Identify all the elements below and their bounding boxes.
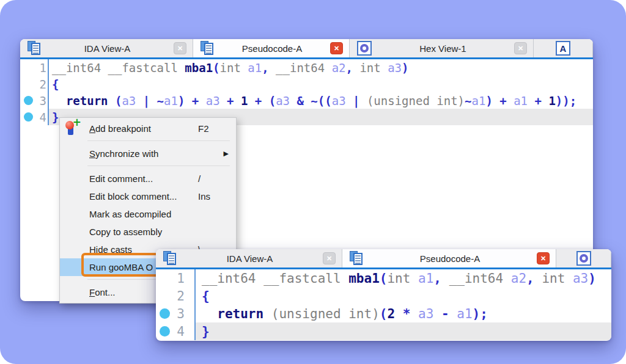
code-token: int bbox=[359, 61, 388, 75]
code-line-2[interactable]: 2{ bbox=[20, 76, 593, 92]
code-token: + bbox=[220, 94, 241, 107]
document-text-line bbox=[206, 45, 212, 46]
code-token: , bbox=[433, 271, 449, 286]
code-text[interactable]: } bbox=[52, 111, 59, 124]
code-token: a1 bbox=[472, 94, 486, 107]
code-text[interactable]: __int64 __fastcall mba1(int a1, __int64 … bbox=[52, 61, 409, 75]
code-text[interactable]: __int64 __fastcall mba1(int a1, __int64 … bbox=[202, 271, 596, 286]
document-view-icon bbox=[350, 251, 363, 266]
code-token: , bbox=[526, 271, 542, 286]
code-text[interactable]: { bbox=[52, 78, 59, 91]
tab-label: IDA View-A bbox=[180, 253, 319, 264]
tab-bar: IDA View-A✕Pseudocode-A✕ bbox=[156, 249, 611, 269]
code-token: ( bbox=[213, 61, 219, 75]
tab-label: Pseudocode-A bbox=[367, 253, 533, 264]
tab-pseudocode-a[interactable]: Pseudocode-A✕ bbox=[193, 39, 350, 57]
menu-item-label: Edit comment... bbox=[89, 173, 153, 184]
code-token: __int64 __fastcall bbox=[52, 61, 185, 75]
code-token: return bbox=[202, 307, 271, 321]
menu-item-edit-comment[interactable]: Edit comment.../ bbox=[60, 170, 236, 187]
code-text[interactable]: } bbox=[202, 324, 210, 339]
hex-view-icon bbox=[357, 41, 372, 56]
tab-hex-view[interactable] bbox=[556, 249, 611, 268]
document-front-sheet bbox=[204, 43, 213, 55]
code-token: __int64 bbox=[276, 61, 332, 75]
code-token: + ( bbox=[248, 94, 276, 107]
code-text[interactable]: return (a3 | ~a1) + a3 + 1 + (a3 & ~((a3… bbox=[52, 94, 576, 107]
menu-item-copy-to-assembly[interactable]: Copy to assembly bbox=[60, 223, 236, 241]
code-token: , bbox=[262, 61, 276, 75]
document-front-sheet bbox=[353, 253, 363, 265]
document-text-line bbox=[206, 48, 212, 49]
tab-bar: IDA View-A✕Pseudocode-A✕Hex View-1✕A bbox=[20, 39, 593, 59]
code-token: { bbox=[52, 78, 59, 91]
line-number: 3 bbox=[173, 307, 185, 321]
code-token: a3 bbox=[332, 94, 346, 107]
code-token: { bbox=[202, 289, 210, 304]
document-view-icon bbox=[163, 251, 177, 266]
document-text-line bbox=[169, 255, 174, 257]
menu-item-synchronize-with[interactable]: Synchronize with▶ bbox=[60, 145, 236, 162]
code-token: 1 bbox=[548, 94, 555, 107]
tab-pseudocode-a[interactable]: Pseudocode-A✕ bbox=[342, 249, 556, 268]
line-number: 4 bbox=[173, 324, 185, 339]
line-marker-cell bbox=[20, 96, 36, 105]
code-line-4[interactable]: 4} bbox=[156, 322, 611, 340]
code-token: 1 bbox=[241, 94, 248, 107]
document-text-line bbox=[355, 263, 361, 264]
code-token: int bbox=[542, 271, 573, 286]
code-line-1[interactable]: 1__int64 __fastcall mba1(int a1, __int64… bbox=[20, 59, 593, 76]
line-marker-dot bbox=[24, 96, 33, 105]
code-token: (unsigned int) bbox=[271, 307, 380, 321]
document-text-line bbox=[169, 260, 174, 261]
document-text-line bbox=[355, 260, 361, 261]
code-token: - bbox=[433, 307, 457, 321]
pseudocode-view: 1__int64 __fastcall mba1(int a1, __int64… bbox=[20, 59, 593, 125]
tab-ida-view-a[interactable]: IDA View-A✕ bbox=[20, 39, 193, 57]
close-tab-button[interactable]: ✕ bbox=[323, 252, 336, 264]
document-text-line bbox=[169, 258, 174, 259]
code-token: a3 bbox=[573, 271, 588, 286]
line-marker-cell bbox=[20, 112, 36, 122]
code-text[interactable]: { bbox=[202, 289, 210, 304]
menu-separator bbox=[87, 140, 230, 141]
close-tab-button[interactable]: ✕ bbox=[537, 252, 550, 264]
close-tab-button[interactable]: ✕ bbox=[330, 42, 343, 54]
gutter-separator bbox=[194, 269, 196, 340]
document-text-line bbox=[33, 45, 39, 46]
add-breakpoint-icon: + bbox=[65, 121, 79, 136]
close-tab-button[interactable]: ✕ bbox=[174, 42, 186, 54]
line-marker-dot bbox=[160, 308, 170, 319]
tab-hex-view-1[interactable]: Hex View-1✕ bbox=[350, 39, 534, 57]
code-token: int bbox=[220, 61, 248, 75]
code-line-3[interactable]: 3 return (unsigned int)(2 * a3 - a1); bbox=[156, 305, 611, 322]
menu-separator bbox=[87, 166, 230, 166]
code-token: __int64 __fastcall bbox=[202, 271, 348, 286]
code-text[interactable]: return (unsigned int)(2 * a3 - a1); bbox=[202, 307, 488, 321]
tab-ida-view-a[interactable]: IDA View-A✕ bbox=[156, 249, 342, 268]
line-marker-dot bbox=[160, 326, 170, 337]
code-line-3[interactable]: 3 return (a3 | ~a1) + a3 + 1 + (a3 & ~((… bbox=[20, 92, 593, 109]
tab-struct-view[interactable]: A bbox=[534, 39, 593, 57]
menu-item-mark-as-decompiled[interactable]: Mark as decompiled bbox=[60, 205, 236, 223]
code-token: return bbox=[52, 94, 115, 107]
line-marker-cell bbox=[156, 308, 173, 319]
code-line-2[interactable]: 2{ bbox=[156, 287, 611, 305]
code-token: ) bbox=[402, 61, 408, 75]
line-number: 2 bbox=[173, 289, 185, 304]
code-token: int bbox=[387, 271, 418, 286]
document-text-line bbox=[169, 263, 174, 264]
code-line-1[interactable]: 1__int64 __fastcall mba1(int a1, __int64… bbox=[156, 269, 611, 287]
menu-item-add-breakpoint[interactable]: +Add breakpointF2 bbox=[60, 120, 236, 137]
menu-item-edit-block-comment[interactable]: Edit block comment...Ins bbox=[60, 187, 236, 205]
code-token: ) bbox=[588, 271, 596, 286]
tab-label: Hex View-1 bbox=[375, 43, 510, 54]
document-text-line bbox=[33, 50, 39, 51]
screenshot-stage: IDA View-A✕Pseudocode-A✕Hex View-1✕A 1__… bbox=[0, 0, 626, 364]
tab-label: IDA View-A bbox=[45, 43, 170, 54]
close-tab-button[interactable]: ✕ bbox=[514, 42, 527, 54]
line-number: 1 bbox=[36, 61, 46, 75]
menu-item-label: Edit block comment... bbox=[89, 191, 177, 202]
document-view-icon bbox=[28, 41, 41, 56]
code-token: a2 bbox=[332, 61, 346, 75]
